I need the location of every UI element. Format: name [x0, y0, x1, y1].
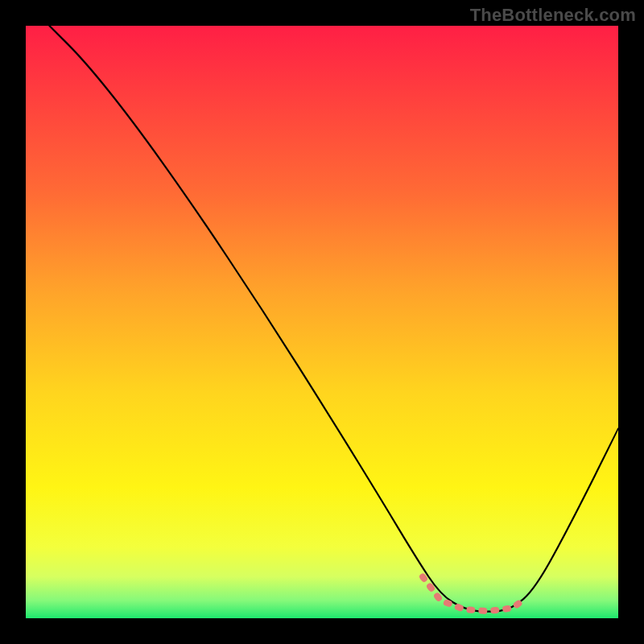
watermark-text: TheBottleneck.com — [470, 5, 636, 26]
chart-stage: TheBottleneck.com — [0, 0, 644, 644]
chart-svg — [26, 26, 618, 618]
gradient-background — [26, 26, 618, 618]
plot-area — [26, 26, 618, 618]
